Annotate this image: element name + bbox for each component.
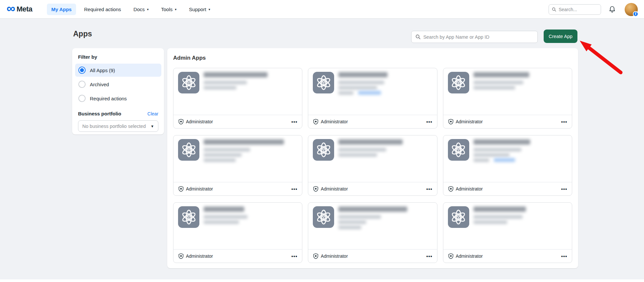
app-search-input[interactable] bbox=[423, 34, 533, 40]
card-overflow-menu[interactable]: ••• bbox=[561, 187, 567, 191]
app-card-footer: Administrator ••• bbox=[443, 249, 572, 263]
app-card[interactable]: Administrator ••• bbox=[443, 202, 572, 263]
redacted-app-detail bbox=[473, 81, 523, 84]
role-badge: Administrator bbox=[448, 253, 483, 259]
nav-item-my-apps[interactable]: My Apps bbox=[47, 4, 76, 15]
business-portfolio-label: Business portfolio bbox=[78, 111, 121, 116]
redacted-app-detail bbox=[204, 81, 247, 84]
nav-item-required-actions[interactable]: Required actions bbox=[79, 4, 126, 15]
shield-star-icon bbox=[448, 119, 454, 125]
app-atom-icon bbox=[178, 206, 199, 228]
app-card[interactable]: Administrator ••• bbox=[308, 68, 437, 129]
user-avatar[interactable]: f bbox=[625, 3, 638, 16]
meta-logo-text: Meta bbox=[16, 5, 32, 13]
redacted-app-detail bbox=[473, 158, 489, 162]
global-search-box[interactable] bbox=[549, 4, 601, 15]
card-overflow-menu[interactable]: ••• bbox=[292, 254, 298, 259]
app-atom-icon bbox=[178, 139, 199, 161]
notifications-bell-icon[interactable] bbox=[608, 6, 616, 13]
redacted-link-chip bbox=[494, 158, 515, 162]
redacted-app-name bbox=[204, 72, 268, 77]
app-card-footer: Administrator ••• bbox=[173, 115, 302, 128]
section-title: Admin Apps bbox=[173, 55, 572, 61]
card-overflow-menu[interactable]: ••• bbox=[426, 187, 433, 191]
redacted-app-name bbox=[204, 139, 284, 145]
global-search-input[interactable] bbox=[559, 7, 598, 12]
shield-star-icon bbox=[178, 253, 184, 259]
redacted-app-name bbox=[473, 139, 530, 145]
redacted-app-detail bbox=[473, 86, 515, 90]
redacted-app-detail bbox=[338, 220, 366, 224]
chevron-down-icon: ▾ bbox=[175, 8, 176, 11]
app-card[interactable]: Administrator ••• bbox=[443, 68, 572, 129]
app-card[interactable]: Administrator ••• bbox=[308, 135, 437, 196]
role-label: Administrator bbox=[456, 119, 483, 124]
role-badge: Administrator bbox=[313, 119, 348, 125]
redacted-app-name bbox=[473, 207, 526, 212]
role-label: Administrator bbox=[321, 186, 348, 191]
app-search-box[interactable] bbox=[411, 31, 538, 43]
redacted-app-detail bbox=[473, 148, 521, 151]
app-card[interactable]: Administrator ••• bbox=[173, 68, 302, 129]
app-card[interactable]: Administrator ••• bbox=[443, 135, 572, 196]
role-badge: Administrator bbox=[313, 186, 348, 192]
shield-star-icon bbox=[178, 186, 184, 192]
card-overflow-menu[interactable]: ••• bbox=[292, 187, 298, 191]
role-label: Administrator bbox=[321, 119, 348, 124]
nav-items: My Apps Required actions Docs ▾ Tools ▾ … bbox=[47, 4, 215, 15]
role-badge: Administrator bbox=[448, 119, 483, 125]
app-card-footer: Administrator ••• bbox=[173, 249, 302, 263]
page-title: Apps bbox=[73, 30, 92, 38]
annotation-arrow bbox=[576, 37, 625, 76]
shield-star-icon bbox=[448, 253, 454, 259]
app-card-footer: Administrator ••• bbox=[308, 249, 437, 263]
app-card-footer: Administrator ••• bbox=[173, 182, 302, 195]
nav-item-support[interactable]: Support ▾ bbox=[184, 4, 215, 15]
nav-item-tools[interactable]: Tools ▾ bbox=[156, 4, 181, 15]
app-card[interactable]: Administrator ••• bbox=[173, 135, 302, 196]
shield-star-icon bbox=[448, 186, 454, 192]
filter-option-all-apps[interactable]: All Apps (9) bbox=[75, 64, 161, 77]
shield-star-icon bbox=[313, 253, 319, 259]
role-label: Administrator bbox=[186, 253, 213, 259]
redacted-app-detail bbox=[338, 81, 384, 84]
role-badge: Administrator bbox=[313, 253, 348, 259]
redacted-app-detail bbox=[338, 215, 381, 219]
card-overflow-menu[interactable]: ••• bbox=[426, 254, 433, 259]
app-atom-icon bbox=[313, 72, 334, 93]
filter-title: Filter by bbox=[78, 54, 158, 60]
shield-star-icon bbox=[313, 186, 319, 192]
create-app-button[interactable]: Create App bbox=[544, 30, 577, 43]
business-portfolio-dropdown[interactable]: No business portfolio selected ▼ bbox=[78, 120, 158, 132]
redacted-app-detail bbox=[338, 153, 377, 157]
radio-selected-icon bbox=[78, 67, 86, 74]
clear-portfolio-link[interactable]: Clear bbox=[148, 111, 158, 116]
redacted-app-name bbox=[473, 72, 529, 77]
card-overflow-menu[interactable]: ••• bbox=[561, 254, 567, 259]
redacted-app-detail bbox=[338, 226, 361, 229]
redacted-app-detail bbox=[473, 153, 510, 157]
redacted-app-name bbox=[338, 139, 403, 145]
radio-unselected-icon bbox=[78, 81, 86, 88]
card-overflow-menu[interactable]: ••• bbox=[292, 119, 298, 124]
redacted-app-detail bbox=[204, 148, 250, 151]
redacted-link-chip bbox=[358, 91, 381, 95]
meta-logo[interactable]: ∞ Meta bbox=[7, 5, 32, 13]
app-card[interactable]: Administrator ••• bbox=[308, 202, 437, 263]
card-overflow-menu[interactable]: ••• bbox=[561, 119, 567, 124]
filter-option-archived[interactable]: Archived bbox=[75, 78, 161, 91]
role-label: Administrator bbox=[456, 186, 483, 191]
redacted-app-name bbox=[204, 207, 244, 212]
redacted-app-detail bbox=[338, 86, 377, 90]
redacted-app-name bbox=[338, 72, 388, 77]
app-atom-icon bbox=[313, 139, 334, 161]
redacted-app-detail bbox=[473, 220, 507, 224]
role-label: Administrator bbox=[321, 253, 348, 259]
shield-star-icon bbox=[313, 119, 319, 125]
app-card[interactable]: Administrator ••• bbox=[173, 202, 302, 263]
nav-item-docs[interactable]: Docs ▾ bbox=[129, 4, 153, 15]
card-overflow-menu[interactable]: ••• bbox=[426, 119, 433, 124]
redacted-app-name bbox=[338, 207, 407, 212]
redacted-app-detail bbox=[338, 148, 386, 151]
filter-option-required-actions[interactable]: Required actions bbox=[75, 92, 161, 105]
